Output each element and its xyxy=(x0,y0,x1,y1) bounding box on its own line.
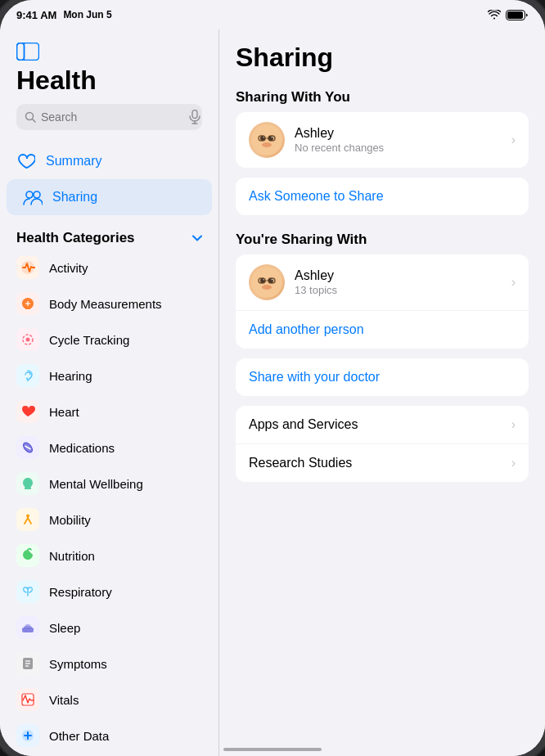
ask-someone-card: Ask Someone to Share xyxy=(236,178,529,215)
ipad-frame: 9:41 AM Mon Jun 5 xyxy=(0,0,545,756)
category-body-measurements[interactable]: Body Measurements xyxy=(0,286,218,322)
svg-point-16 xyxy=(26,338,30,342)
category-mobility[interactable]: Mobility xyxy=(0,502,218,538)
svg-point-36 xyxy=(251,124,282,155)
categories-chevron[interactable] xyxy=(192,235,202,241)
mobility-icon xyxy=(16,508,39,531)
mental-wellbeing-icon xyxy=(16,472,39,495)
category-heart[interactable]: Heart xyxy=(0,394,218,430)
activity-icon xyxy=(16,256,39,279)
categories-list: Activity Body Measurements xyxy=(0,250,218,754)
category-symptoms[interactable]: Symptoms xyxy=(0,646,218,682)
search-bar[interactable] xyxy=(16,104,202,130)
svg-line-6 xyxy=(33,119,36,123)
svg-line-21 xyxy=(28,518,31,524)
share-doctor-link[interactable]: Share with your doctor xyxy=(236,358,529,396)
category-other-data[interactable]: Other Data xyxy=(0,718,218,754)
sidebar-nav: Summary Sharing xyxy=(0,137,218,222)
sharing-with-ashley[interactable]: Ashley 13 topics › xyxy=(236,254,529,311)
search-input[interactable] xyxy=(41,110,184,124)
wifi-icon xyxy=(488,10,501,20)
nutrition-label: Nutrition xyxy=(49,549,95,563)
nutrition-icon xyxy=(16,544,39,567)
status-bar-left: 9:41 AM Mon Jun 5 xyxy=(16,9,112,21)
youre-sharing-title: You're Sharing With xyxy=(236,232,529,248)
svg-point-50 xyxy=(272,279,273,281)
sidebar-item-sharing-label: Sharing xyxy=(52,190,97,205)
category-sleep[interactable]: Sleep xyxy=(0,610,218,646)
sidebar: Health xyxy=(0,29,219,756)
app-container: Health xyxy=(0,29,545,756)
hearing-label: Hearing xyxy=(49,369,92,383)
research-studies-row[interactable]: Research Studies › xyxy=(236,444,529,482)
status-bar: 9:41 AM Mon Jun 5 xyxy=(0,0,545,29)
summary-icon xyxy=(16,151,36,171)
svg-point-39 xyxy=(262,142,272,147)
vitals-label: Vitals xyxy=(49,693,79,707)
svg-rect-25 xyxy=(25,624,30,627)
sidebar-item-summary[interactable]: Summary xyxy=(0,143,218,179)
ashley-sub-sharing: No recent changes xyxy=(295,142,502,154)
body-measurements-icon xyxy=(16,292,39,315)
ask-someone-link[interactable]: Ask Someone to Share xyxy=(236,178,529,215)
apps-services-row[interactable]: Apps and Services › xyxy=(236,406,529,444)
svg-rect-1 xyxy=(507,11,523,19)
sidebar-item-summary-label: Summary xyxy=(46,154,101,169)
apps-services-label: Apps and Services xyxy=(249,417,358,432)
category-nutrition[interactable]: Nutrition xyxy=(0,538,218,574)
category-medications[interactable]: Medications xyxy=(0,430,218,466)
symptoms-icon xyxy=(16,652,39,675)
sleep-icon xyxy=(16,616,39,639)
medications-label: Medications xyxy=(49,441,115,455)
vitals-icon xyxy=(16,688,39,711)
medications-icon xyxy=(16,436,39,459)
svg-point-10 xyxy=(26,191,33,198)
mic-icon[interactable] xyxy=(189,110,200,124)
research-studies-chevron: › xyxy=(511,456,516,470)
health-categories-title: Health Categories xyxy=(16,230,135,246)
respiratory-label: Respiratory xyxy=(49,585,112,599)
other-data-icon xyxy=(16,724,39,747)
sidebar-layout-icon xyxy=(16,43,39,61)
category-mental-wellbeing[interactable]: Mental Wellbeing xyxy=(0,466,218,502)
home-indicator xyxy=(223,748,322,751)
category-activity[interactable]: Activity xyxy=(0,250,218,286)
ashley-avatar-sharing-with xyxy=(249,264,285,300)
sharing-icon xyxy=(23,187,43,207)
svg-line-20 xyxy=(25,518,28,524)
activity-label: Activity xyxy=(49,261,88,275)
sharing-with-you-card: Ashley No recent changes › xyxy=(236,112,529,168)
category-hearing[interactable]: Hearing xyxy=(0,358,218,394)
ashley-name-sharing: Ashley xyxy=(295,126,502,141)
app-title: Health xyxy=(16,65,202,96)
svg-point-11 xyxy=(34,191,40,198)
hearing-icon xyxy=(16,364,39,387)
youre-sharing-card: Ashley 13 topics › Add another person xyxy=(236,254,529,349)
time: 9:41 AM xyxy=(16,9,56,21)
misc-card: Apps and Services › Research Studies › xyxy=(236,406,529,482)
category-vitals[interactable]: Vitals xyxy=(0,682,218,718)
youre-sharing-section: You're Sharing With xyxy=(236,232,529,349)
battery-icon xyxy=(506,10,529,20)
heart-label: Heart xyxy=(49,405,79,419)
status-bar-right xyxy=(488,10,529,20)
sidebar-item-sharing[interactable]: Sharing xyxy=(7,179,212,215)
sharing-person-ashley[interactable]: Ashley No recent changes › xyxy=(236,112,529,168)
svg-point-45 xyxy=(251,267,282,298)
sleep-label: Sleep xyxy=(49,621,80,635)
svg-point-41 xyxy=(272,137,273,138)
main-content: Sharing Sharing With You xyxy=(219,29,545,756)
sharing-with-you-title: Sharing With You xyxy=(236,89,529,106)
ashley-info-sharing-with: Ashley 13 topics xyxy=(295,268,502,296)
svg-rect-7 xyxy=(192,110,197,119)
other-data-label: Other Data xyxy=(49,729,109,743)
mental-wellbeing-label: Mental Wellbeing xyxy=(49,477,143,491)
heart-icon xyxy=(16,400,39,423)
ashley-chevron-sharing: › xyxy=(511,133,516,147)
category-respiratory[interactable]: Respiratory xyxy=(0,574,218,610)
svg-point-48 xyxy=(262,285,272,290)
category-cycle-tracking[interactable]: Cycle Tracking xyxy=(0,322,218,358)
svg-rect-3 xyxy=(17,43,25,61)
add-another-person-link[interactable]: Add another person xyxy=(236,311,529,349)
apps-services-chevron: › xyxy=(511,417,516,432)
